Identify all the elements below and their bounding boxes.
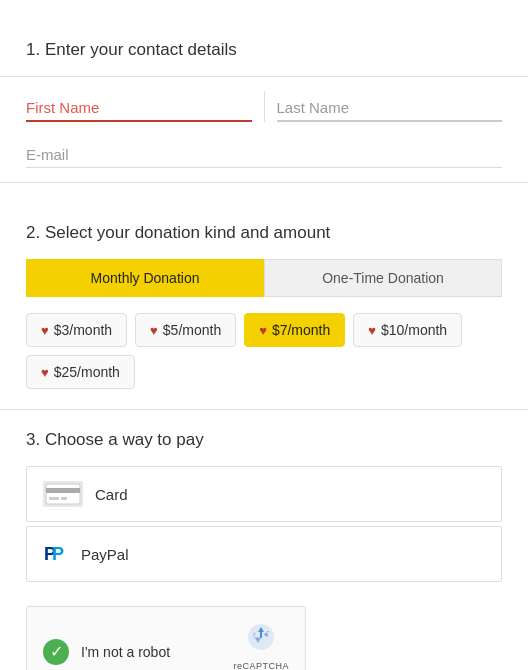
section1-title: 1. Enter your contact details — [26, 40, 502, 60]
section-donation: 2. Select your donation kind and amount … — [26, 203, 502, 409]
section-payment: 3. Choose a way to pay Card P P PayPal — [26, 410, 502, 606]
amount-5-label: $5/month — [163, 322, 221, 338]
captcha-label: I'm not a robot — [81, 644, 170, 660]
svg-rect-3 — [61, 497, 67, 500]
amount-3-label: $3/month — [54, 322, 112, 338]
recaptcha-logo — [245, 621, 277, 659]
heart-icon-3: ♥ — [41, 323, 49, 338]
divider-bottom1 — [0, 182, 528, 183]
email-input[interactable] — [26, 138, 502, 168]
card-payment-option[interactable]: Card — [26, 466, 502, 522]
heart-icon-25: ♥ — [41, 365, 49, 380]
last-name-input[interactable] — [277, 91, 503, 122]
card-icon — [43, 481, 83, 507]
section-contact: 1. Enter your contact details — [26, 20, 502, 203]
amount-7[interactable]: ♥ $7/month — [244, 313, 345, 347]
heart-icon-10: ♥ — [368, 323, 376, 338]
card-label: Card — [95, 486, 128, 503]
svg-rect-0 — [46, 484, 80, 504]
name-divider — [264, 91, 265, 122]
amount-3[interactable]: ♥ $3/month — [26, 313, 127, 347]
paypal-payment-option[interactable]: P P PayPal — [26, 526, 502, 582]
section2-title: 2. Select your donation kind and amount — [26, 223, 502, 243]
amount-10[interactable]: ♥ $10/month — [353, 313, 462, 347]
donation-type-row: Monthly Donation One-Time Donation — [26, 259, 502, 297]
amount-25-label: $25/month — [54, 364, 120, 380]
svg-rect-1 — [46, 488, 80, 493]
captcha-left: ✓ I'm not a robot — [43, 639, 170, 665]
captcha-checkmark: ✓ — [43, 639, 69, 665]
amount-10-label: $10/month — [381, 322, 447, 338]
svg-rect-2 — [49, 497, 59, 500]
monthly-donation-btn[interactable]: Monthly Donation — [26, 259, 264, 297]
amount-5[interactable]: ♥ $5/month — [135, 313, 236, 347]
name-row — [26, 91, 502, 122]
amount-options: ♥ $3/month ♥ $5/month ♥ $7/month ♥ $10/m… — [26, 313, 502, 389]
onetime-donation-btn[interactable]: One-Time Donation — [264, 259, 502, 297]
paypal-label: PayPal — [81, 546, 129, 563]
paypal-icon: P P — [43, 541, 69, 567]
captcha-section: ✓ I'm not a robot reCAPTCHA Privacy - Te… — [26, 606, 502, 670]
amount-25[interactable]: ♥ $25/month — [26, 355, 135, 389]
heart-icon-7: ♥ — [259, 323, 267, 338]
section3-title: 3. Choose a way to pay — [26, 430, 502, 450]
last-name-wrapper — [277, 91, 503, 122]
amount-7-label: $7/month — [272, 322, 330, 338]
captcha-box[interactable]: ✓ I'm not a robot reCAPTCHA Privacy - Te… — [26, 606, 306, 670]
heart-icon-5: ♥ — [150, 323, 158, 338]
first-name-input[interactable] — [26, 91, 252, 122]
svg-text:P: P — [52, 544, 64, 564]
captcha-right: reCAPTCHA Privacy - Terms — [233, 621, 289, 670]
email-wrapper — [26, 138, 502, 168]
first-name-wrapper — [26, 91, 252, 122]
recaptcha-brand: reCAPTCHA — [233, 661, 289, 670]
